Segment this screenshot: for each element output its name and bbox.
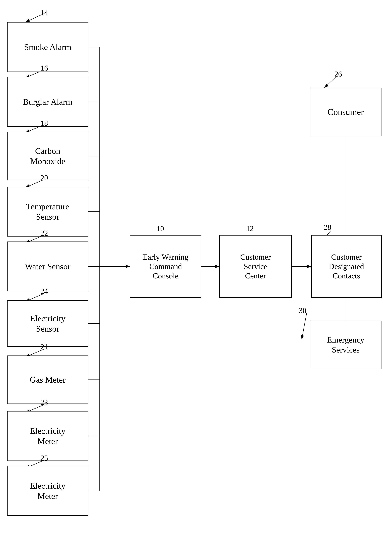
number-23: 23 — [40, 398, 48, 407]
number-12: 12 — [246, 224, 254, 233]
gas-meter-box: Gas Meter — [7, 356, 88, 404]
customer-contacts-box: Customer Designated Contacts — [311, 235, 382, 298]
svg-line-28 — [302, 313, 307, 339]
number-30: 30 — [299, 306, 306, 315]
emergency-services-label: Emergency Services — [327, 335, 364, 355]
electricity-meter-25-label: Electricity Meter — [30, 481, 66, 501]
smoke-alarm-label: Smoke Alarm — [24, 42, 71, 52]
consumer-label: Consumer — [327, 107, 364, 117]
electricity-sensor-label: Electricity Sensor — [30, 313, 66, 334]
early-warning-box: Early Warning Command Console — [130, 235, 201, 298]
emergency-services-box: Emergency Services — [310, 321, 381, 369]
electricity-meter-23-box: Electricity Meter — [7, 411, 88, 461]
burglar-alarm-label: Burglar Alarm — [23, 97, 72, 107]
number-25: 25 — [40, 454, 48, 462]
carbon-monoxide-label: Carbon Monoxide — [30, 146, 65, 166]
number-16: 16 — [40, 64, 48, 72]
number-26: 26 — [334, 70, 342, 78]
water-sensor-box: Water Sensor — [7, 241, 88, 291]
number-24: 24 — [40, 287, 48, 295]
electricity-meter-25-box: Electricity Meter — [7, 466, 88, 516]
number-22: 22 — [40, 229, 48, 238]
customer-contacts-label: Customer Designated Contacts — [329, 252, 364, 280]
gas-meter-label: Gas Meter — [30, 375, 66, 385]
temperature-sensor-label: Temperature Sensor — [26, 201, 69, 222]
electricity-sensor-box: Electricity Sensor — [7, 300, 88, 347]
carbon-monoxide-box: Carbon Monoxide — [7, 132, 88, 180]
early-warning-label: Early Warning Command Console — [143, 252, 188, 280]
water-sensor-label: Water Sensor — [25, 261, 70, 272]
number-18: 18 — [40, 119, 48, 127]
number-10: 10 — [157, 224, 164, 233]
number-20: 20 — [40, 174, 48, 182]
consumer-box: Consumer — [310, 88, 381, 136]
number-21: 21 — [40, 343, 48, 351]
electricity-meter-23-label: Electricity Meter — [30, 426, 66, 446]
number-14: 14 — [40, 8, 48, 17]
diagram: 14 Smoke Alarm 16 Burglar Alarm 18 Carbo… — [0, 0, 392, 547]
customer-service-box: Customer Service Center — [219, 235, 292, 298]
customer-service-label: Customer Service Center — [240, 252, 271, 280]
number-28: 28 — [324, 223, 331, 231]
